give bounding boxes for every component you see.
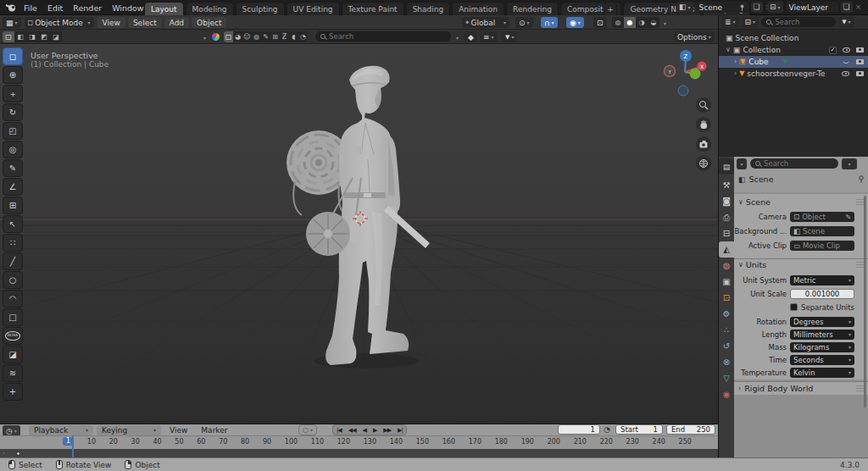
filter-icon[interactable]: ◕ xyxy=(233,31,242,42)
id-field[interactable]: ◧Scene ✎ xyxy=(790,226,854,236)
properties-tab[interactable]: ▽ xyxy=(719,370,734,386)
filter-icon[interactable]: ◍ xyxy=(252,31,261,42)
tool-button[interactable]: ∠ xyxy=(3,178,23,196)
workspace-tab[interactable]: Texture Paint xyxy=(342,2,404,15)
workspace-tab[interactable]: UV Editing xyxy=(287,2,340,15)
workspace-tab[interactable]: Rendering xyxy=(506,2,559,15)
tool-button[interactable]: ↖ xyxy=(3,215,23,233)
separate-units-checkbox[interactable] xyxy=(790,303,798,311)
properties-tab[interactable]: ⊟ xyxy=(719,225,734,241)
properties-search[interactable] xyxy=(750,158,838,169)
properties-tab[interactable]: ⚙ xyxy=(719,306,734,322)
id-field[interactable]: ⊡Object ✎ xyxy=(790,212,854,222)
transport-button[interactable]: ▶ xyxy=(370,427,380,434)
properties-scrollbar[interactable] xyxy=(864,196,866,407)
units-panel-header[interactable]: ∨Units xyxy=(734,258,868,270)
unit-system-dropdown[interactable]: Metric▾ xyxy=(790,275,854,285)
properties-tab[interactable]: ⚒ xyxy=(719,177,734,193)
material-shading-button[interactable]: ◑ xyxy=(636,17,648,28)
eyedropper-icon[interactable]: ✎ xyxy=(845,213,851,221)
drag-dots[interactable] xyxy=(856,385,864,391)
select-mode-button[interactable]: ◪ xyxy=(50,31,62,42)
tool-button[interactable]: ✎ xyxy=(3,159,23,177)
filter-icon[interactable]: ▢ xyxy=(224,31,233,42)
properties-editor-button[interactable]: ▤ xyxy=(719,158,734,175)
properties-search-input[interactable] xyxy=(764,159,833,168)
auto-keyframe-button[interactable]: ○ xyxy=(303,426,309,434)
tool-button[interactable]: ○ xyxy=(3,271,23,289)
add-workspace-button[interactable]: + xyxy=(604,2,617,15)
properties-filter-caret[interactable]: ▾ xyxy=(842,158,857,169)
outliner-row-scene-collection[interactable]: ▣ Scene Collection xyxy=(719,32,868,44)
tool-button[interactable]: ◪ xyxy=(3,346,23,363)
filter-icon[interactable]: ☺ xyxy=(242,31,252,42)
playhead[interactable] xyxy=(72,435,74,458)
viewport-menu-item[interactable]: View xyxy=(97,17,125,28)
current-frame-field[interactable]: 1 xyxy=(558,424,600,435)
unit-dropdown[interactable]: Seconds▾ xyxy=(790,355,854,365)
tool-button[interactable]: ↻ xyxy=(3,103,23,121)
filter-icon[interactable]: ◔ xyxy=(298,31,308,42)
collection-checkbox[interactable]: ✓ xyxy=(829,47,837,54)
viewlayer-name-field[interactable]: ViewLayer xyxy=(786,2,838,13)
outliner-row-object2[interactable]: › ▼ schoorsteenveger-Te xyxy=(719,68,868,80)
tool-button[interactable]: NONE xyxy=(3,327,23,345)
viewlayer-type-button[interactable]: ⊟ ▾ xyxy=(767,2,783,13)
workspace-tab[interactable]: Layout xyxy=(144,2,184,15)
rendered-shading-button[interactable]: ◒ xyxy=(648,17,659,28)
properties-tab[interactable]: ◉ xyxy=(719,386,734,402)
camera-view-button[interactable] xyxy=(696,136,711,152)
outliner-search[interactable] xyxy=(761,17,836,27)
transport-button[interactable]: ▶| xyxy=(394,427,406,434)
select-mode-button[interactable]: ◨ xyxy=(26,31,38,42)
pin-icon[interactable] xyxy=(739,4,745,11)
options-dropdown[interactable]: Options▾ xyxy=(674,31,715,42)
stopwatch-icon[interactable]: ◔ xyxy=(604,425,610,434)
eye-icon[interactable] xyxy=(842,71,849,76)
keyframe-dot[interactable] xyxy=(16,452,20,456)
navigation-gizmo[interactable]: Z X Y xyxy=(659,48,712,97)
properties-tab[interactable]: ⎙ xyxy=(719,209,734,225)
solid-shading-button[interactable]: ● xyxy=(624,17,636,28)
tool-button[interactable]: ⊞ xyxy=(3,197,23,214)
unit-scale-field[interactable]: 0.001000 xyxy=(790,289,854,299)
properties-tab[interactable]: ∴ xyxy=(719,322,734,338)
unit-dropdown[interactable]: Degrees▾ xyxy=(790,317,854,327)
tool-button[interactable]: ◻ xyxy=(3,47,23,65)
tool-button[interactable]: ╱ xyxy=(3,252,23,270)
drag-dots[interactable] xyxy=(856,199,864,205)
outliner-filter-button[interactable]: ▼▾ xyxy=(838,17,854,28)
expand-icon[interactable]: ∨ xyxy=(726,47,731,53)
viewport-canvas[interactable]: User Perspective (1) Collection | Cube ◻… xyxy=(0,44,718,424)
scene-name-field[interactable]: Scene xyxy=(696,2,748,13)
pan-view-button[interactable] xyxy=(696,117,711,132)
timeline-menu-item[interactable]: Marker▾ xyxy=(196,425,232,435)
filter-icon[interactable]: ⊞ xyxy=(270,31,280,42)
list-display-button[interactable]: ≡▾ xyxy=(480,31,498,42)
perspective-toggle-button[interactable] xyxy=(696,156,711,171)
wireframe-shading-button[interactable]: ◍ xyxy=(612,17,624,28)
search-caret[interactable]: ▾ xyxy=(456,36,459,41)
panel-divider[interactable] xyxy=(718,15,719,457)
filter-icon[interactable]: Ƶ xyxy=(280,31,289,42)
timeline-menu-item[interactable]: View▾ xyxy=(164,425,192,435)
outliner-row-cube[interactable]: › ▼ Cube ▼ xyxy=(719,56,868,68)
properties-tab[interactable]: ↺ xyxy=(719,338,734,354)
pin-icon[interactable] xyxy=(858,175,865,183)
outliner-editor-button[interactable]: ≣▾ xyxy=(721,17,739,28)
eye-closed-icon[interactable] xyxy=(843,60,849,64)
editor-type-button[interactable]: ▦ ▾ xyxy=(3,17,21,28)
outliner-search-input[interactable] xyxy=(775,18,831,26)
filter-collapse-caret[interactable]: ▾ xyxy=(203,36,206,41)
unit-dropdown[interactable]: Kelvin▾ xyxy=(790,368,854,378)
start-frame-field[interactable]: Start1 xyxy=(615,424,663,435)
viewport-menu-item[interactable]: Object xyxy=(192,17,226,28)
tool-button[interactable]: ◰ xyxy=(3,122,23,140)
transport-button[interactable]: ◀ xyxy=(359,427,370,434)
tool-button[interactable]: + xyxy=(3,383,23,401)
workspace-tab[interactable]: Sculpting xyxy=(236,2,285,15)
timeline-ruler[interactable]: 1102030405060708090100110120130140150160… xyxy=(0,435,718,449)
transform-orientation-dropdown[interactable]: ⌖ Global ▾ xyxy=(462,17,509,28)
color-wheel-icon[interactable] xyxy=(212,33,220,41)
drag-dots[interactable] xyxy=(856,262,864,268)
